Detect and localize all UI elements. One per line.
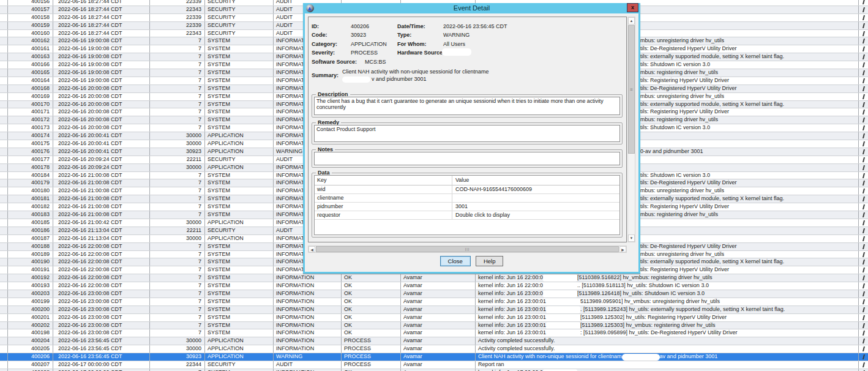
cell-edge-clipped	[859, 148, 868, 156]
data-key-value-table[interactable]: Key Value wid COD-NAH-9165544176000609 c…	[314, 175, 620, 235]
cell-datetime: 2022-06-16 19:00:08 CDT	[53, 37, 150, 45]
table-row[interactable]: 400199 2022-06-16 23:00:08 CDT 7 SYSTEM …	[0, 298, 868, 306]
remedy-group: Remedy Contact Product Support	[312, 122, 623, 144]
cell-severity: INFORMATION	[274, 322, 342, 329]
cell-edge-clipped	[859, 195, 868, 203]
cell-id: 400188	[8, 243, 53, 250]
cell-datetime: 2022-06-16 20:00:08 CDT	[53, 93, 150, 100]
table-row[interactable]: 400207 2022-06-17 00:00:00 CDT 22344 SEC…	[0, 361, 868, 369]
cell-datetime: 2022-06-16 22:00:08 CDT	[53, 282, 150, 290]
cell-severity: INFORMATION	[274, 306, 342, 313]
dialog-content: ID: 400206 Code: 30923 Category: APPLICA…	[308, 17, 627, 242]
cell-code: 7	[150, 314, 205, 321]
cell-edge-clipped	[859, 0, 868, 6]
vertical-scrollbar[interactable]: ▲ ≡ ▼	[627, 17, 635, 242]
table-row[interactable]: 400198 2022-06-16 23:00:08 CDT 7 SYSTEM …	[0, 329, 868, 337]
table-row[interactable]: 400203 2022-06-16 23:00:08 CDT 7 SYSTEM …	[0, 290, 868, 298]
data-cell-key: wid	[315, 186, 452, 193]
cell-datetime: 2022-06-16 21:13:04 CDT	[53, 235, 150, 242]
table-row[interactable]: 400200 2022-06-16 23:00:08 CDT 7 SYSTEM …	[0, 306, 868, 314]
cell-edge-clipped	[859, 156, 868, 163]
row-gutter	[0, 116, 8, 124]
notes-textbox[interactable]	[314, 152, 620, 165]
cell-edge-clipped	[859, 243, 868, 250]
description-textbox[interactable]: The client has a bug that it can't guara…	[314, 97, 620, 115]
cell-code: 7	[150, 116, 205, 124]
cell-datetime: 2022-06-16 20:00:41 CDT	[53, 148, 150, 156]
cell-datetime: 2022-06-16 23:00:08 CDT	[53, 322, 150, 329]
cell-id: 400166	[8, 61, 53, 69]
table-row[interactable]: 400201 2022-06-16 23:00:08 CDT 7 SYSTEM …	[0, 314, 868, 322]
cell-category: SYSTEM	[205, 274, 274, 282]
data-table-row[interactable]: requestor Double click to display	[315, 211, 619, 220]
cell-datetime: 2022-06-16 21:00:08 CDT	[53, 203, 150, 211]
cell-edge-clipped	[859, 85, 868, 92]
row-gutter	[0, 61, 8, 69]
cell-code: 30000	[150, 235, 205, 242]
cell-datetime: 2022-06-16 23:00:08 CDT	[53, 298, 150, 305]
table-row[interactable]: 400193 2022-06-16 22:00:08 CDT 7 SYSTEM …	[0, 282, 868, 290]
cell-edge-clipped	[859, 124, 868, 132]
application-window: 400156 2022-06-16 18:27:44 CDT 22339 SEC…	[0, 0, 868, 371]
cell-id: 400190	[8, 258, 53, 266]
vertical-scroll-thumb[interactable]: ≡	[628, 25, 635, 154]
cell-edge-clipped	[859, 282, 868, 290]
cell-code: 7	[150, 298, 205, 305]
cell-code: 22343	[150, 30, 205, 37]
cell-datetime: 2022-06-16 21:00:08 CDT	[53, 187, 150, 195]
cell-code: 7	[150, 251, 205, 258]
data-table-row[interactable]: wid COD-NAH-9165544176000609	[315, 186, 619, 194]
redaction-blob	[546, 298, 580, 305]
field-value-id: 400206	[351, 23, 369, 29]
cell-severity: AUDIT	[274, 361, 342, 369]
table-row[interactable]: 400204 2022-06-16 23:56:45 CDT 30000 APP…	[0, 337, 868, 345]
close-icon[interactable]: x	[627, 3, 638, 12]
close-button[interactable]: Close	[440, 256, 471, 266]
row-gutter	[0, 266, 8, 274]
cell-id: 400186	[8, 227, 53, 234]
cell-code: 22343	[150, 6, 205, 13]
row-gutter	[0, 211, 8, 219]
cell-code: 7	[150, 290, 205, 298]
table-row[interactable]: 400192 2022-06-16 22:00:08 CDT 7 SYSTEM …	[0, 274, 868, 282]
cell-source: Avamar	[401, 322, 476, 329]
cell-code: 30000	[150, 337, 205, 345]
help-button[interactable]: Help	[476, 256, 504, 266]
cell-id: 400162	[8, 37, 53, 45]
cell-datetime: 2022-06-16 20:00:08 CDT	[53, 116, 150, 124]
table-row[interactable]: 400202 2022-06-16 23:00:08 CDT 7 SYSTEM …	[0, 322, 868, 330]
row-gutter	[0, 306, 8, 313]
cell-code: 7	[150, 53, 205, 61]
cell-severity: INFORMATION	[274, 314, 342, 321]
cell-status: OK	[342, 282, 401, 290]
table-row[interactable]: 400206 2022-06-16 23:56:45 CDT 30923 APP…	[0, 353, 868, 361]
data-table-row[interactable]: pidnumber 3001	[315, 203, 619, 211]
cell-source: Avamar	[401, 345, 476, 353]
field-value-severity: PROCESS	[351, 50, 378, 56]
field-label-id: ID:	[312, 23, 319, 29]
cell-code: 30000	[150, 345, 205, 353]
cell-code: 30923	[150, 353, 205, 361]
table-row[interactable]: 400205 2022-06-16 23:56:45 CDT 30000 APP…	[0, 345, 868, 353]
cell-source: Avamar	[401, 298, 476, 305]
row-gutter	[0, 30, 8, 37]
dialog-titlebar[interactable]: Event Detail x	[303, 3, 640, 13]
dialog-title: Event Detail	[303, 4, 640, 12]
cell-id: 400203	[8, 290, 53, 298]
cell-severity: INFORMATION	[274, 290, 342, 298]
data-table-row[interactable]: clientname	[315, 194, 619, 203]
remedy-textbox[interactable]: Contact Product Support	[314, 125, 620, 142]
summary-label: Summary:	[312, 72, 339, 78]
scroll-down-icon[interactable]: ▼	[628, 234, 635, 242]
cell-id: 400182	[8, 203, 53, 211]
row-gutter	[0, 148, 8, 156]
cell-edge-clipped	[859, 266, 868, 274]
cell-category: SYSTEM	[205, 251, 274, 258]
cell-datetime: 2022-06-16 22:00:08 CDT	[53, 274, 150, 282]
cell-id: 400176	[8, 148, 53, 156]
field-label-severity: Severity:	[312, 50, 335, 56]
row-gutter	[0, 37, 8, 45]
cell-id: 400178	[8, 164, 53, 171]
cell-edge-clipped	[859, 61, 868, 69]
scroll-up-icon[interactable]: ▲	[628, 17, 635, 24]
